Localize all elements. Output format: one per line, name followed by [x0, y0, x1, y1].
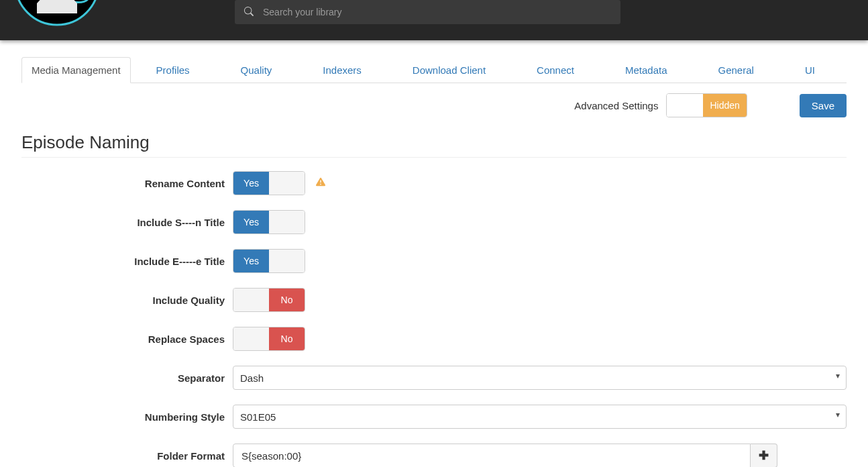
tab-download-client[interactable]: Download Client [387, 57, 511, 83]
search-box[interactable] [235, 0, 620, 24]
tab-media-management[interactable]: Media Management [21, 57, 131, 83]
tab-quality[interactable]: Quality [215, 57, 298, 83]
toggle-no [269, 211, 305, 234]
folder-format-add-button[interactable]: ✚ [751, 444, 777, 467]
tab-ui[interactable]: UI [779, 57, 840, 83]
toggle-include-quality[interactable]: No [233, 288, 305, 312]
plus-icon: ✚ [759, 448, 769, 463]
select-numbering-style[interactable]: S01E05 [233, 405, 847, 429]
tab-general[interactable]: General [693, 57, 779, 83]
label-numbering-style: Numbering Style [21, 411, 233, 423]
label-rename-content: Rename Content [21, 178, 233, 189]
section-title: Episode Naming [21, 132, 847, 153]
input-folder-format[interactable] [233, 444, 751, 467]
advanced-settings-toggle[interactable]: Hidden [666, 93, 747, 117]
label-replace-spaces: Replace Spaces [21, 333, 233, 345]
toggle-replace-spaces[interactable]: No [233, 327, 305, 351]
toggle-yes [233, 327, 269, 350]
app-logo [13, 0, 101, 27]
toggle-include-season-title[interactable]: Yes [233, 210, 305, 234]
select-separator[interactable]: Dash [233, 366, 847, 390]
toggle-no: No [269, 289, 305, 311]
label-include-season-title: Include S----n Title [21, 217, 233, 228]
advanced-hidden-state: Hidden [703, 94, 746, 117]
top-bar [0, 0, 868, 40]
advanced-settings-label: Advanced Settings [574, 100, 658, 111]
toggle-yes [233, 289, 269, 311]
toggle-yes: Yes [233, 250, 269, 272]
section-rule [21, 157, 847, 158]
toggle-include-episode-title[interactable]: Yes [233, 249, 305, 273]
label-include-episode-title: Include E-----e Title [21, 256, 233, 267]
label-include-quality: Include Quality [21, 295, 233, 306]
save-button[interactable]: Save [800, 94, 847, 117]
toolbar: Advanced Settings Hidden Save [21, 83, 847, 124]
toggle-blank [667, 94, 703, 117]
search-icon [244, 7, 254, 18]
toggle-rename-content[interactable]: Yes [233, 171, 305, 195]
tab-connect[interactable]: Connect [511, 57, 600, 83]
label-separator: Separator [21, 372, 233, 384]
search-input[interactable] [263, 7, 611, 17]
toggle-yes: Yes [233, 211, 269, 234]
tab-metadata[interactable]: Metadata [600, 57, 693, 83]
label-folder-format: Folder Format [21, 450, 233, 462]
toggle-no [269, 250, 305, 272]
settings-tabs: Media Management Profiles Quality Indexe… [21, 57, 847, 83]
toggle-no [269, 172, 305, 195]
toggle-yes: Yes [233, 172, 269, 195]
tab-profiles[interactable]: Profiles [131, 57, 215, 83]
toggle-no: No [269, 327, 305, 350]
warning-icon [316, 177, 325, 189]
tab-indexers[interactable]: Indexers [297, 57, 387, 83]
